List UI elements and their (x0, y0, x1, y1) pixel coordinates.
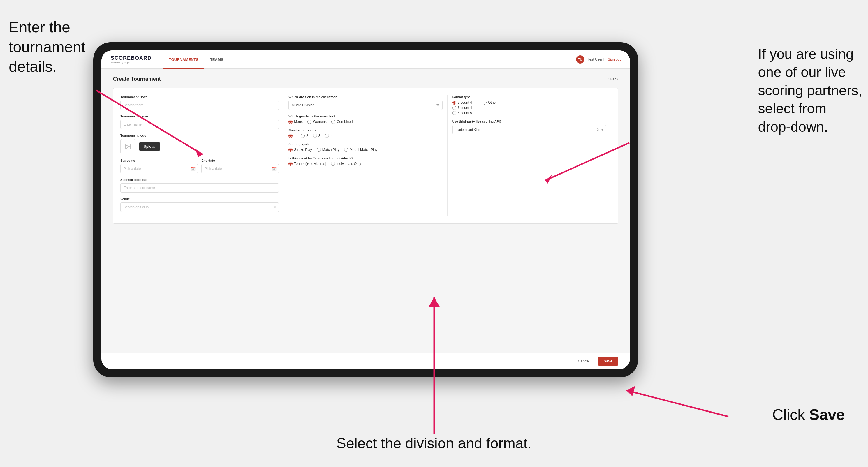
rounds-3[interactable]: 3 (313, 134, 320, 138)
scoring-match[interactable]: Match Play (317, 148, 339, 152)
navbar: SCOREBOARD Powered by clippit TOURNAMENT… (101, 51, 630, 69)
sponsor-group: Sponsor (optional) (120, 178, 279, 193)
format-6count5[interactable]: 6 count 5 (452, 111, 472, 115)
teams-individuals-radio[interactable] (331, 162, 335, 166)
format-6count5-radio[interactable] (452, 111, 456, 115)
format-6count4-radio[interactable] (452, 106, 456, 110)
tab-teams[interactable]: TEAMS (204, 51, 229, 69)
tournament-name-input[interactable] (120, 120, 279, 129)
format-type-label: Format type (452, 95, 606, 99)
scoring-match-radio[interactable] (317, 148, 321, 152)
venue-input[interactable] (120, 203, 279, 212)
live-scoring-value: Leaderboard King (455, 128, 480, 131)
cancel-button[interactable]: Cancel (573, 356, 594, 366)
scoring-medal-match-radio[interactable] (344, 148, 348, 152)
back-link[interactable]: ‹ Back (608, 77, 618, 81)
division-group: Which division is the event for? NCAA Di… (288, 95, 442, 110)
gender-mens[interactable]: Mens (288, 120, 303, 124)
gender-label: Which gender is the event for? (288, 115, 442, 118)
tournament-name-group: Tournament name (120, 115, 279, 129)
logo-preview (120, 139, 135, 154)
scoring-stroke-radio[interactable] (288, 148, 292, 152)
tablet-frame: SCOREBOARD Powered by clippit TOURNAMENT… (93, 42, 638, 377)
logo-upload-area: Upload (120, 139, 279, 154)
svg-line-8 (626, 391, 728, 416)
svg-point-1 (126, 145, 127, 146)
calendar-icon-end: 📅 (272, 167, 277, 171)
navbar-right: TU Test User | Sign out (576, 55, 621, 63)
teams-label: Is this event for Teams and/or Individua… (288, 156, 442, 160)
format-other-radio[interactable] (483, 100, 487, 104)
live-scoring-tag[interactable]: Leaderboard King ✕ ▼ (452, 125, 606, 134)
tag-controls: ✕ ▼ (597, 128, 604, 132)
rounds-4-radio[interactable] (325, 134, 329, 138)
start-date-label: Start date (120, 159, 198, 162)
gender-combined-radio[interactable] (331, 120, 335, 124)
rounds-2[interactable]: 2 (301, 134, 308, 138)
logo-subtitle: Powered by clippit (111, 61, 152, 64)
rounds-2-radio[interactable] (301, 134, 305, 138)
calendar-icon-start: 📅 (191, 167, 195, 171)
page-header: Create Tournament ‹ Back (113, 76, 618, 82)
avatar: TU (576, 55, 584, 63)
gender-womens[interactable]: Womens (307, 120, 327, 124)
format-other[interactable]: Other (483, 100, 497, 104)
live-scoring-select-wrap: Leaderboard King ✕ ▼ (452, 125, 606, 134)
gender-womens-radio[interactable] (307, 120, 311, 124)
tournament-host-input[interactable] (120, 100, 279, 110)
save-button[interactable]: Save (598, 356, 618, 366)
chevron-down-icon[interactable]: ▼ (601, 128, 604, 131)
format-5count4[interactable]: 5 count 4 (452, 100, 472, 104)
format-5count4-radio[interactable] (452, 100, 456, 104)
venue-chevron-icon: ▼ (273, 206, 277, 209)
annotation-enter-tournament: Enter thetournamentdetails. (9, 18, 85, 76)
format-row-3: 6 count 5 (452, 111, 606, 115)
teams-group: Is this event for Teams and/or Individua… (288, 156, 442, 166)
signout-link[interactable]: Sign out (608, 57, 621, 61)
start-date-input[interactable] (120, 164, 198, 173)
live-scoring-group: Use third-party live scoring API? Leader… (452, 120, 606, 134)
clear-icon[interactable]: ✕ (597, 128, 600, 132)
form-footer: Cancel Save (101, 353, 630, 369)
tournament-logo-group: Tournament logo Upload (120, 134, 279, 154)
teams-teams[interactable]: Teams (+Individuals) (288, 162, 326, 166)
tab-tournaments[interactable]: TOURNAMENTS (163, 51, 204, 69)
format-6count4[interactable]: 6 count 4 (452, 106, 472, 110)
end-date-input[interactable] (202, 164, 279, 173)
rounds-3-radio[interactable] (313, 134, 317, 138)
form-col-1: Tournament Host Tournament name Tourname… (120, 95, 284, 216)
page-title: Create Tournament (113, 76, 161, 82)
main-content: Create Tournament ‹ Back Tournament Host… (101, 69, 630, 353)
scoring-stroke[interactable]: Stroke Play (288, 148, 312, 152)
gender-mens-radio[interactable] (288, 120, 292, 124)
app-logo: SCOREBOARD Powered by clippit (111, 55, 152, 64)
navbar-nav: TOURNAMENTS TEAMS (163, 51, 576, 68)
end-date-wrap: 📅 (202, 164, 279, 173)
rounds-4[interactable]: 4 (325, 134, 333, 138)
tournament-host-group: Tournament Host (120, 95, 279, 110)
annotation-click-save: Click Save (772, 405, 845, 425)
gender-combined[interactable]: Combined (331, 120, 353, 124)
rounds-1-radio[interactable] (288, 134, 292, 138)
teams-teams-radio[interactable] (288, 162, 292, 166)
gender-group: Which gender is the event for? Mens Wome… (288, 115, 442, 124)
teams-radio-group: Teams (+Individuals) Individuals Only (288, 162, 442, 166)
upload-button[interactable]: Upload (139, 143, 160, 151)
tournament-logo-label: Tournament logo (120, 134, 279, 137)
teams-individuals[interactable]: Individuals Only (331, 162, 361, 166)
logo-title: SCOREBOARD (111, 55, 152, 61)
sponsor-input[interactable] (120, 183, 279, 193)
form-col-3: Format type 5 count 4 Other (447, 95, 611, 216)
format-row-2: 6 count 4 (452, 106, 606, 110)
division-select[interactable]: NCAA Division I NCAA Division II NCAA Di… (288, 100, 442, 110)
live-scoring-label: Use third-party live scoring API? (452, 120, 606, 123)
form-grid: Tournament Host Tournament name Tourname… (113, 88, 618, 224)
rounds-1[interactable]: 1 (288, 134, 296, 138)
scoring-medal-match[interactable]: Medal Match Play (344, 148, 377, 152)
annotation-save-bold: Save (809, 406, 845, 423)
svg-marker-9 (626, 386, 635, 396)
scoring-radio-group: Stroke Play Match Play Medal Match Play (288, 148, 442, 152)
venue-group: Venue ▼ (120, 197, 279, 212)
venue-label: Venue (120, 197, 279, 201)
form-col-2: Which division is the event for? NCAA Di… (284, 95, 447, 216)
